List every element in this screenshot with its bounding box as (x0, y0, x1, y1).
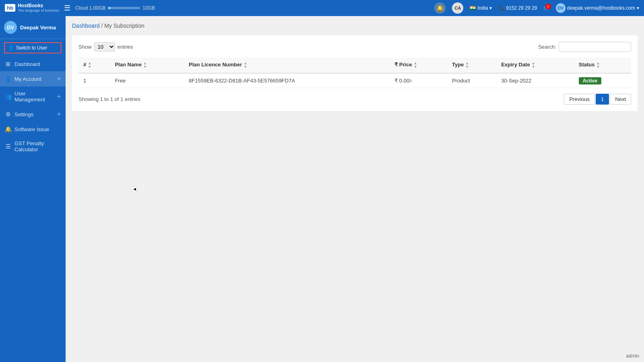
show-entries: Show 10 25 50 100 entries (78, 42, 133, 51)
storage-used: Cloud 1.00GB (75, 5, 105, 11)
cell-status: Active (574, 73, 631, 88)
col-licence: Plan Licence Number▲▼ (184, 58, 390, 73)
col-num: #▲▼ (78, 58, 110, 73)
col-type: Type▲▼ (447, 58, 496, 73)
entries-select[interactable]: 10 25 50 100 (94, 42, 115, 51)
flag-icon: 🇮🇳 (470, 5, 476, 11)
cell-licence: 8F1559EB-6322-D81B-AF43-5E576659FD7A (184, 73, 390, 88)
switch-icon: 👤 (8, 45, 14, 51)
user-area[interactable]: DV deepak.verma@hostbooks.com ▾ (556, 3, 639, 13)
subscription-table: #▲▼ Plan Name▲▼ Plan Licence Number▲▼ ₹ … (78, 58, 631, 88)
cell-price: ₹ 0.00/- (390, 73, 447, 88)
plus-icon[interactable]: + (57, 93, 61, 100)
content-card: Show 10 25 50 100 entries Search: (72, 35, 638, 111)
cell-num: 1 (78, 73, 110, 88)
table-footer: Showing 1 to 1 of 1 entries Previous 1 N… (78, 94, 631, 105)
breadcrumb-separator: / (101, 23, 104, 29)
logo-icon: hb (5, 4, 15, 12)
phone-icon: 📞 (498, 5, 504, 11)
sidebar-item-user-management[interactable]: 👥 User Management + (0, 86, 66, 107)
cell-plan-name: Free (110, 73, 184, 88)
notification-icon[interactable]: 🔔 (434, 2, 446, 14)
cell-type: Product (447, 73, 496, 88)
col-expiry: Expiry Date▲▼ (496, 58, 574, 73)
topnav-left: hb HostBooks The language of business ☰ … (5, 3, 155, 12)
plus-icon[interactable]: + (57, 75, 61, 82)
sidebar-item-label: My Account (14, 76, 54, 82)
search-area: Search: (538, 42, 631, 52)
storage-fill (108, 7, 110, 9)
account-icon: 👤 (5, 76, 11, 82)
cart-area[interactable]: 🛒 0 (543, 5, 549, 11)
status-badge: Active (579, 77, 601, 84)
cell-expiry: 30-Sep-2022 (496, 73, 574, 88)
breadcrumb: Dashboard / My Subscription (72, 23, 638, 29)
table-controls: Show 10 25 50 100 entries Search: (78, 42, 631, 52)
showing-text: Showing 1 to 1 of 1 entries (78, 96, 140, 102)
layout: DV Deepak Verma 👤 Switch to User ⊞ Dashb… (0, 16, 644, 362)
sidebar-user-name: Deepak Verma (20, 25, 56, 31)
show-label: Show (78, 44, 92, 50)
next-button[interactable]: Next (610, 94, 631, 105)
dashboard-icon: ⊞ (5, 61, 11, 67)
storage-bar (108, 7, 140, 9)
switch-label: Switch to User (16, 45, 47, 51)
topnav-right: 🔔 CA 🇮🇳 India ▾ 📞 9152 29 29 29 🛒 0 DV d… (434, 2, 639, 14)
sidebar-item-label: User Management (14, 90, 54, 103)
settings-icon: ⚙ (5, 111, 11, 117)
topnav: hb HostBooks The language of business ☰ … (0, 0, 644, 16)
country-selector[interactable]: 🇮🇳 India ▾ (470, 5, 492, 11)
sidebar-user: DV Deepak Verma (0, 16, 66, 39)
switch-to-user-button[interactable]: 👤 Switch to User (4, 42, 62, 53)
breadcrumb-parent[interactable]: Dashboard (72, 23, 100, 29)
table-row: 1 Free 8F1559EB-6322-D81B-AF43-5E576659F… (78, 73, 631, 88)
user-chevron: ▾ (637, 5, 639, 11)
user-email: deepak.verma@hostbooks.com (567, 5, 635, 11)
user-mgmt-icon: 👥 (5, 93, 11, 100)
sidebar-item-gst-penalty[interactable]: ☰ GST Penalty Calculator (0, 136, 66, 156)
col-status: Status▲▼ (574, 58, 631, 73)
user-avatar-top: DV (556, 3, 566, 13)
phone-number: 9152 29 29 29 (506, 5, 537, 11)
search-input[interactable] (559, 42, 631, 52)
country-chevron: ▾ (489, 5, 492, 11)
plus-icon[interactable]: + (57, 111, 61, 118)
breadcrumb-current: My Subscription (104, 23, 144, 29)
software-issue-icon: 🔔 (5, 126, 11, 132)
col-plan-name: Plan Name▲▼ (110, 58, 184, 73)
sidebar-item-label: GST Penalty Calculator (14, 140, 61, 152)
phone-area: 📞 9152 29 29 29 (498, 5, 537, 11)
storage-info: Cloud 1.00GB 10GB (75, 5, 155, 11)
brand-name: HostBooks (18, 3, 59, 8)
col-price: ₹ Price▲▼ (390, 58, 447, 73)
cart-badge: 0 (545, 4, 551, 9)
storage-total: 10GB (142, 5, 155, 11)
hamburger-icon[interactable]: ☰ (64, 4, 70, 12)
admin-label: admin (626, 353, 639, 359)
avatar: DV (4, 21, 17, 34)
table-header-row: #▲▼ Plan Name▲▼ Plan Licence Number▲▼ ₹ … (78, 58, 631, 73)
sidebar-item-label: Dashboard (14, 61, 61, 67)
sidebar-item-dashboard[interactable]: ⊞ Dashboard (0, 57, 66, 71)
sidebar-item-settings[interactable]: ⚙ Settings + (0, 107, 66, 122)
entries-label: entries (118, 44, 133, 50)
sidebar-collapse[interactable]: ◀ (131, 186, 138, 192)
sidebar-item-my-account[interactable]: 👤 My Account + (0, 71, 66, 86)
gst-icon: ☰ (5, 143, 11, 150)
logo-area: hb HostBooks The language of business (5, 3, 59, 12)
brand-tagline: The language of business (18, 9, 59, 13)
main-content: Dashboard / My Subscription Show 10 25 5… (66, 16, 644, 362)
country-name: India (477, 5, 488, 11)
sidebar-item-label: Settings (14, 111, 54, 117)
page-1-button[interactable]: 1 (596, 94, 609, 105)
sidebar: DV Deepak Verma 👤 Switch to User ⊞ Dashb… (0, 16, 66, 362)
prev-button[interactable]: Previous (564, 94, 595, 105)
search-label: Search: (538, 44, 556, 50)
ca-badge[interactable]: CA (452, 2, 463, 14)
sidebar-item-label: Software Issue (14, 126, 61, 132)
sidebar-item-software-issue[interactable]: 🔔 Software Issue (0, 122, 66, 136)
pagination: Previous 1 Next (564, 94, 631, 105)
